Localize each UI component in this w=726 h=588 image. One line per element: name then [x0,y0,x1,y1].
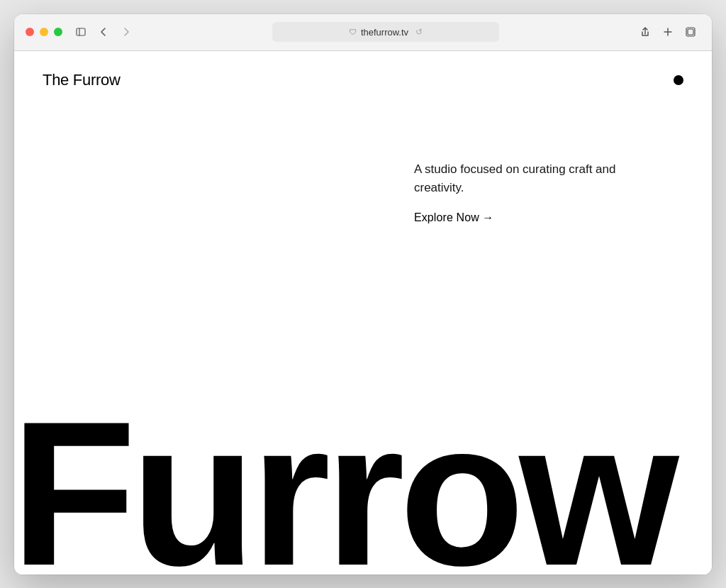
reload-icon: ↺ [415,27,423,37]
back-button[interactable] [94,22,113,42]
new-tab-icon [662,26,674,38]
back-icon [98,26,109,38]
hero-subtitle: A studio focused on curating craft and c… [414,160,655,198]
browser-window: 🛡 thefurrow.tv ↺ [14,14,712,575]
big-text-section: Furrow [14,390,712,575]
traffic-light-fullscreen[interactable] [54,28,62,36]
hero-content: A studio focused on curating craft and c… [414,146,655,225]
tab-overview-button[interactable] [681,22,700,42]
traffic-lights [26,28,62,36]
hero-section: A studio focused on curating craft and c… [14,104,712,225]
url-text: thefurrow.tv [361,27,408,38]
traffic-light-close[interactable] [26,28,34,36]
site-logo: The Furrow [43,71,120,89]
browser-chrome: 🛡 thefurrow.tv ↺ [14,14,712,51]
forward-icon [121,26,132,38]
explore-now-link[interactable]: Explore Now → [414,211,493,224]
share-icon [640,26,651,38]
browser-controls [71,22,136,42]
address-bar[interactable]: 🛡 thefurrow.tv ↺ [272,22,499,42]
shield-icon: 🛡 [349,28,357,36]
big-furrow-text: Furrow [14,390,712,575]
header-menu-dot[interactable] [674,75,683,85]
svg-rect-5 [688,29,693,35]
address-bar-wrapper: 🛡 thefurrow.tv ↺ [145,22,627,42]
tab-overview-icon [685,26,696,38]
site-content: The Furrow A studio focused on curating … [14,51,712,575]
new-tab-button[interactable] [658,22,678,42]
svg-rect-0 [77,28,85,35]
sidebar-icon [75,26,86,38]
sidebar-toggle-button[interactable] [71,22,91,42]
forward-button[interactable] [116,22,136,42]
browser-actions [635,22,700,42]
site-header: The Furrow [14,51,712,104]
share-button[interactable] [635,22,655,42]
traffic-light-minimize[interactable] [40,28,48,36]
